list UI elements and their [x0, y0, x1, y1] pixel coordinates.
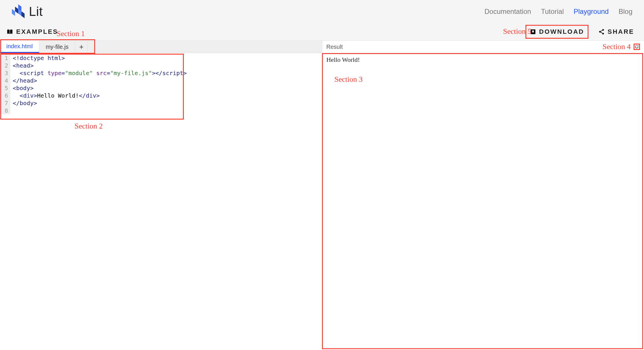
add-tab-button[interactable]: + — [75, 41, 88, 53]
result-header: Result Section 4 — [322, 40, 644, 53]
editor-pane: index.html my-file.js + 1<!doctype html>… — [0, 40, 322, 350]
code-line: 4</head> — [0, 77, 322, 84]
annotation-section-3: Section 3 — [334, 75, 644, 84]
line-number: 1 — [0, 54, 10, 62]
svg-marker-3 — [12, 9, 15, 16]
workspace: index.html my-file.js + 1<!doctype html>… — [0, 40, 644, 350]
brand[interactable]: Lit — [12, 4, 43, 19]
code-content: </body> — [10, 99, 37, 107]
line-number: 7 — [0, 99, 10, 107]
download-button[interactable]: DOWNLOAD — [525, 25, 589, 39]
reload-icon[interactable] — [634, 44, 640, 50]
file-tabs: index.html my-file.js + — [0, 40, 322, 53]
code-content: <body> — [10, 84, 34, 92]
share-button[interactable]: SHARE — [595, 26, 638, 38]
svg-marker-1 — [15, 7, 18, 14]
code-content: </head> — [10, 77, 37, 84]
share-icon — [598, 29, 605, 35]
svg-point-9 — [599, 31, 601, 33]
tab-label: index.html — [6, 43, 33, 50]
download-icon — [530, 29, 536, 35]
tab-my-file-js[interactable]: my-file.js — [39, 41, 75, 53]
nav-blog[interactable]: Blog — [619, 8, 632, 16]
nav-tutorial[interactable]: Tutorial — [541, 8, 564, 16]
code-content: <!doctype html> — [10, 54, 65, 62]
svg-marker-4 — [21, 11, 25, 18]
code-line: 8 — [0, 107, 322, 114]
svg-rect-5 — [10, 30, 10, 34]
download-label: DOWNLOAD — [539, 28, 584, 36]
line-number: 8 — [0, 107, 10, 114]
code-content: <head> — [10, 62, 34, 69]
code-line: 7</body> — [0, 99, 322, 107]
result-pane: Result Section 4 Hello World! Section 3 — [322, 40, 644, 350]
code-line: 6 <div>Hello World!</div> — [0, 92, 322, 99]
examples-label: EXAMPLES — [16, 28, 58, 36]
svg-point-10 — [602, 33, 604, 35]
result-output: Hello World! Section 3 — [322, 53, 644, 350]
svg-line-11 — [601, 30, 602, 31]
nav-links: Documentation Tutorial Playground Blog — [484, 8, 632, 16]
playground-toolbar: EXAMPLES DOWNLOAD SHARE Section 5 Sectio… — [0, 23, 644, 40]
code-content — [10, 107, 13, 114]
code-editor[interactable]: 1<!doctype html>2<head>3 <script type="m… — [0, 53, 322, 350]
line-number: 3 — [0, 69, 10, 77]
share-label: SHARE — [608, 28, 634, 36]
annotation-section-4: Section 4 — [603, 42, 631, 51]
code-line: 1<!doctype html> — [0, 54, 322, 62]
tab-index-html[interactable]: index.html — [0, 41, 39, 53]
code-line: 3 <script type="module" src="my-file.js"… — [0, 69, 322, 77]
code-content: <div>Hello World!</div> — [10, 92, 100, 99]
code-line: 2<head> — [0, 62, 322, 69]
lit-logo-icon — [12, 4, 25, 19]
line-number: 6 — [0, 92, 10, 99]
code-line: 5<body> — [0, 84, 322, 92]
result-header-label: Result — [326, 44, 343, 50]
result-text: Hello World! — [326, 56, 360, 63]
top-nav: Lit Documentation Tutorial Playground Bl… — [0, 0, 644, 23]
line-number: 5 — [0, 84, 10, 92]
nav-documentation[interactable]: Documentation — [484, 8, 531, 16]
brand-name: Lit — [29, 4, 43, 19]
line-number: 2 — [0, 62, 10, 69]
svg-line-12 — [601, 32, 602, 33]
annotation-section-1: Section 1 — [57, 29, 85, 38]
examples-button[interactable]: EXAMPLES — [6, 28, 58, 36]
line-number: 4 — [0, 77, 10, 84]
nav-playground[interactable]: Playground — [574, 8, 609, 16]
svg-marker-13 — [637, 45, 639, 46]
svg-point-8 — [602, 29, 604, 31]
tab-label: my-file.js — [46, 44, 69, 50]
plus-icon: + — [79, 42, 84, 51]
code-content: <script type="module" src="my-file.js"><… — [10, 69, 187, 77]
book-icon — [6, 28, 13, 35]
